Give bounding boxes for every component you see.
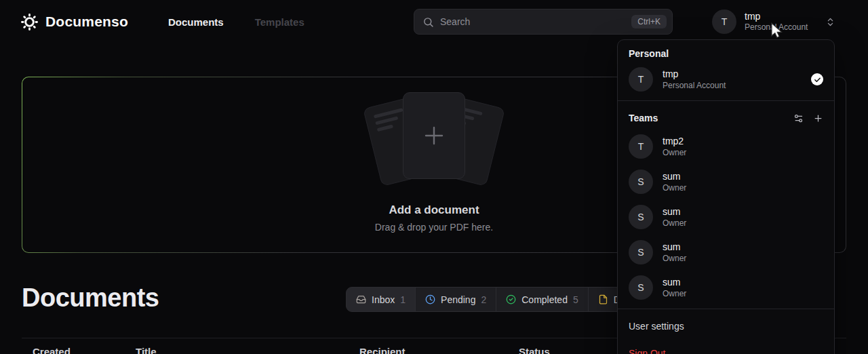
- menu-item-team[interactable]: T tmp2 Owner: [618, 129, 834, 164]
- search-icon: [422, 16, 434, 28]
- inbox-icon: [356, 294, 366, 304]
- menu-item-team[interactable]: S sum Owner: [618, 199, 834, 235]
- team-name: sum: [663, 205, 686, 218]
- brand-home-link[interactable]: Documenso: [20, 0, 128, 43]
- selected-check-icon: [811, 73, 823, 85]
- top-navigation-bar: Documenso Documents Templates Search Ctr…: [0, 0, 868, 43]
- menu-item-sign-out[interactable]: Sign Out: [618, 340, 834, 354]
- check-circle-icon: [506, 294, 516, 304]
- menu-divider: [618, 309, 834, 309]
- account-name: tmp: [745, 11, 808, 22]
- tab-completed[interactable]: Completed 5: [496, 288, 588, 311]
- avatar: S: [629, 240, 653, 264]
- team-name: sum: [663, 241, 686, 253]
- document-card-center: [403, 92, 465, 179]
- search-input[interactable]: Search Ctrl+K: [414, 9, 673, 35]
- team-role: Owner: [663, 218, 686, 229]
- menu-item-personal-account[interactable]: T tmp Personal Account: [618, 62, 834, 97]
- tab-label: Pending: [441, 294, 475, 305]
- menu-divider: [618, 100, 834, 101]
- document-status-tabs: Inbox 1 Pending 2 Completed 5 Draft: [346, 287, 650, 312]
- nav-documents[interactable]: Documents: [168, 16, 224, 28]
- tab-count: 1: [400, 294, 406, 305]
- tab-pending[interactable]: Pending 2: [416, 288, 496, 311]
- team-role: Owner: [663, 147, 686, 158]
- avatar: S: [629, 170, 653, 194]
- column-header-recipient: Recipient: [359, 346, 406, 354]
- tab-inbox[interactable]: Inbox 1: [347, 288, 415, 311]
- account-subtitle: Personal Account: [745, 22, 808, 33]
- menu-item-user-settings[interactable]: User settings: [618, 313, 834, 340]
- plus-icon: [422, 124, 446, 147]
- nav-templates[interactable]: Templates: [255, 16, 304, 28]
- team-name: sum: [663, 170, 686, 182]
- personal-section-label: Personal: [618, 40, 834, 62]
- main-nav: Documents Templates: [168, 0, 304, 43]
- tab-count: 5: [573, 294, 578, 305]
- team-role: Owner: [663, 288, 686, 299]
- column-header-created: Created: [33, 346, 71, 354]
- search-shortcut-badge: Ctrl+K: [631, 15, 667, 28]
- file-icon: [598, 294, 608, 304]
- tab-label: Inbox: [372, 294, 395, 305]
- account-avatar: T: [712, 9, 736, 34]
- chevrons-up-down-icon: [825, 17, 835, 27]
- team-name: tmp2: [663, 135, 686, 147]
- avatar: T: [629, 134, 653, 159]
- menu-item-team[interactable]: S sum Owner: [618, 235, 834, 270]
- column-header-title: Title: [136, 346, 157, 354]
- team-role: Owner: [663, 182, 686, 193]
- avatar: T: [629, 67, 653, 92]
- avatar: S: [629, 205, 653, 229]
- menu-item-team[interactable]: S sum Owner: [618, 270, 834, 305]
- manage-teams-icon[interactable]: [793, 113, 804, 123]
- team-role: Owner: [663, 253, 686, 264]
- tab-count: 2: [481, 294, 486, 305]
- add-team-icon[interactable]: [813, 113, 823, 123]
- teams-section-header: Teams: [618, 104, 834, 129]
- documenso-logo-icon: [20, 13, 39, 31]
- menu-item-team[interactable]: S sum Owner: [618, 164, 834, 199]
- search-placeholder: Search: [440, 16, 625, 27]
- team-name: sum: [663, 276, 686, 288]
- menu-item-subtitle: Personal Account: [663, 80, 726, 91]
- brand-name: Documenso: [45, 14, 128, 30]
- menu-item-name: tmp: [663, 68, 726, 80]
- teams-section-label: Teams: [629, 113, 784, 123]
- avatar: S: [629, 275, 653, 300]
- account-menu-trigger[interactable]: T tmp Personal Account: [712, 9, 835, 34]
- page-title: Documents: [22, 283, 159, 313]
- document-cards-illustration: [358, 87, 510, 190]
- tab-label: Completed: [521, 294, 568, 305]
- clock-icon: [425, 294, 435, 304]
- account-dropdown-menu: Personal T tmp Personal Account Teams T: [617, 39, 835, 354]
- column-header-status: Status: [519, 346, 550, 354]
